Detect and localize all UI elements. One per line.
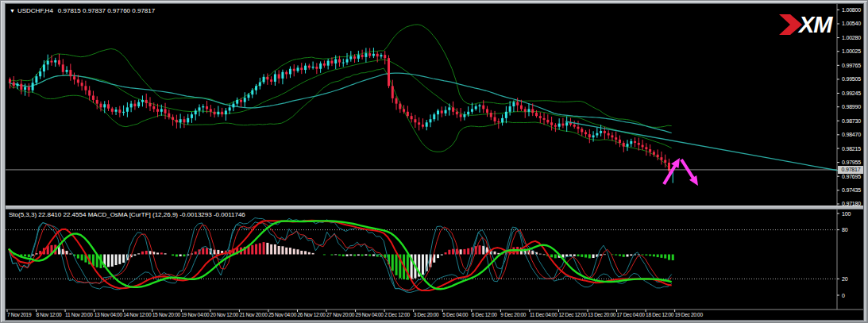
price-axis-label: 0.97435 bbox=[842, 187, 861, 193]
symbol-title: ▼USDCHF,H40.97815 0.97837 0.97760 0.9781… bbox=[10, 7, 155, 14]
time-axis-label: 2 Dec 12:00 bbox=[384, 313, 410, 318]
price-axis-label: 1.00800 bbox=[842, 7, 861, 13]
time-axis-label: 25 Nov 04:00 bbox=[268, 313, 296, 318]
oscillator-axis-label: 0 bbox=[842, 293, 845, 298]
price-axis-label: 0.99765 bbox=[842, 63, 861, 68]
oscillator-axis-label: 100 bbox=[842, 211, 851, 217]
price-axis-label: 0.99245 bbox=[842, 90, 861, 96]
time-axis-label: 14 Nov 12:00 bbox=[123, 313, 151, 318]
time-axis-label: 11 Nov 20:00 bbox=[65, 313, 93, 318]
time-axis-label: 21 Nov 20:00 bbox=[239, 313, 267, 318]
time-axis-label: 15 Nov 20:00 bbox=[152, 313, 180, 318]
time-axis-label: 5 Dec 04:00 bbox=[442, 313, 468, 318]
symbol-label: USDCHF,H4 bbox=[17, 7, 53, 14]
time-axis-label: 29 Nov 04:00 bbox=[356, 313, 384, 318]
price-axis-label: 0.97955 bbox=[842, 160, 861, 165]
time-axis-label: 13 Nov 04:00 bbox=[95, 313, 122, 318]
oscillator-layer bbox=[6, 218, 837, 293]
price-axis-label: 0.98215 bbox=[842, 146, 861, 152]
ohlc-values: 0.97815 0.97837 0.97760 0.97817 bbox=[58, 7, 155, 14]
time-axis-label: 18 Dec 12:00 bbox=[646, 313, 673, 318]
time-axis-label: 12 Dec 12:00 bbox=[558, 313, 586, 318]
panel-splitter[interactable] bbox=[6, 206, 864, 210]
xm-logo-text: XM bbox=[799, 13, 832, 37]
current-price-tag: 0.97817 bbox=[838, 166, 864, 174]
price-axis-label: 1.00025 bbox=[842, 48, 861, 54]
chart-surface[interactable]: ▼USDCHF,H40.97815 0.97837 0.97760 0.9781… bbox=[5, 3, 864, 321]
oscillator-axis-label: 80 bbox=[842, 227, 847, 233]
main-chart-layer bbox=[9, 25, 674, 183]
chart-canvas[interactable] bbox=[6, 4, 864, 321]
time-axis-label: 17 Dec 04:00 bbox=[617, 313, 645, 318]
price-axis-label: 1.00280 bbox=[842, 35, 861, 40]
time-axis-label: 19 Dec 20:00 bbox=[675, 313, 703, 318]
price-axis-label: 0.98470 bbox=[842, 132, 861, 137]
time-axis-label: 27 Nov 20:00 bbox=[326, 313, 354, 318]
trendline[interactable] bbox=[565, 121, 839, 171]
time-axis-label: 9 Dec 20:00 bbox=[500, 313, 526, 318]
indicator-header: Sto(5,3,3) 22.8410 22.4554 MACD_OsMA [Cu… bbox=[9, 211, 245, 218]
price-axis-label: 0.98730 bbox=[842, 118, 861, 124]
time-axis-label: 3 Dec 20:00 bbox=[414, 313, 439, 318]
time-axis-label: 8 Nov 12:00 bbox=[37, 313, 62, 318]
time-axis-label: 19 Nov 04:00 bbox=[181, 313, 209, 318]
oscillator-axis-label: 20 bbox=[842, 276, 847, 282]
time-axis-label: 6 Dec 12:00 bbox=[472, 313, 497, 318]
chart-window: ▼USDCHF,H40.97815 0.97837 0.97760 0.9781… bbox=[0, 0, 868, 323]
down-arrow[interactable] bbox=[681, 160, 698, 186]
chart-dropdown-caret[interactable]: ▼ bbox=[10, 8, 15, 13]
time-axis-label: 13 Dec 20:00 bbox=[588, 313, 615, 318]
price-axis-label: 1.00540 bbox=[842, 21, 861, 26]
time-axis-label: 20 Nov 12:00 bbox=[210, 313, 238, 318]
price-axis-label: 0.99505 bbox=[842, 76, 861, 82]
time-axis-label: 7 Nov 2019 bbox=[7, 313, 31, 318]
time-axis-label: 26 Nov 12:00 bbox=[298, 313, 326, 318]
price-axis-label: 0.98990 bbox=[842, 104, 861, 110]
price-axis-label: 0.97695 bbox=[842, 174, 861, 179]
xm-logo: XM bbox=[777, 10, 844, 39]
time-axis-label: 11 Dec 04:00 bbox=[530, 313, 557, 318]
